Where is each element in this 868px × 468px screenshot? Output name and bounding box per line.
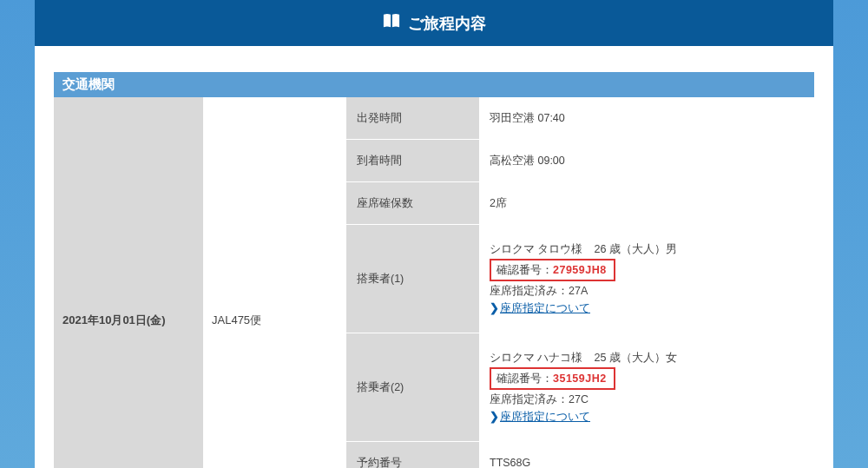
chevron-right-icon: ❯ — [490, 411, 499, 423]
details-column: 出発時間 羽田空港 07:40 到着時間 高松空港 09:00 座席確保数 2席… — [346, 97, 814, 468]
passenger-2-name: シロクマ ハナコ様 25 歳（大人）女 — [490, 349, 804, 366]
section-header-transport: 交通機関 — [54, 72, 814, 97]
row-departure: 出発時間 羽田空港 07:40 — [346, 97, 814, 140]
confirmation-number: 35159JH2 — [553, 372, 607, 385]
passenger-1-confirmation: 確認番号：27959JH8 — [490, 259, 615, 281]
label-departure: 出発時間 — [346, 97, 479, 139]
page-title: ご旅程内容 — [408, 13, 486, 34]
confirmation-label: 確認番号： — [496, 264, 553, 276]
value-pnr: TTS68G — [479, 442, 814, 468]
label-arrival: 到着時間 — [346, 140, 479, 181]
row-seat-count: 座席確保数 2席 — [346, 182, 814, 225]
passenger-1-seat: 座席指定済み：27A — [490, 282, 804, 300]
page-title-bar: ご旅程内容 — [35, 0, 833, 46]
chevron-right-icon: ❯ — [490, 302, 499, 314]
value-passenger-2: シロクマ ハナコ様 25 歳（大人）女 確認番号：35159JH2 座席指定済み… — [479, 333, 814, 441]
label-pnr: 予約番号 — [346, 442, 479, 468]
row-passenger-2: 搭乗者(2) シロクマ ハナコ様 25 歳（大人）女 確認番号：35159JH2… — [346, 333, 814, 442]
label-passenger-1: 搭乗者(1) — [346, 225, 479, 333]
row-arrival: 到着時間 高松空港 09:00 — [346, 140, 814, 182]
value-departure: 羽田空港 07:40 — [479, 97, 814, 139]
flight-cell: JAL475便 — [203, 97, 346, 468]
passenger-2-seat: 座席指定済み：27C — [490, 391, 804, 408]
value-seat-count: 2席 — [479, 182, 814, 224]
passenger-1-name: シロクマ タロウ様 26 歳（大人）男 — [490, 241, 804, 258]
seat-info-link[interactable]: 座席指定について — [500, 411, 590, 423]
row-passenger-1: 搭乗者(1) シロクマ タロウ様 26 歳（大人）男 確認番号：27959JH8… — [346, 225, 814, 333]
label-seat-count: 座席確保数 — [346, 182, 479, 224]
value-passenger-1: シロクマ タロウ様 26 歳（大人）男 確認番号：27959JH8 座席指定済み… — [479, 225, 814, 333]
confirmation-number: 27959JH8 — [553, 264, 607, 276]
passenger-2-seat-link-wrap: ❯座席指定について — [490, 408, 804, 425]
confirmation-label: 確認番号： — [496, 372, 553, 385]
book-icon — [382, 12, 401, 34]
content-area: 交通機関 2021年10月01日(金) JAL475便 出発時間 羽田空港 07… — [35, 46, 833, 468]
page-container: ご旅程内容 交通機関 2021年10月01日(金) JAL475便 出発時間 羽… — [35, 0, 833, 468]
passenger-1-seat-link-wrap: ❯座席指定について — [490, 300, 804, 317]
row-pnr: 予約番号 TTS68G — [346, 442, 814, 468]
label-passenger-2: 搭乗者(2) — [346, 333, 479, 441]
value-arrival: 高松空港 09:00 — [479, 140, 814, 181]
seat-info-link[interactable]: 座席指定について — [500, 302, 590, 314]
itinerary-grid: 2021年10月01日(金) JAL475便 出発時間 羽田空港 07:40 到… — [54, 97, 814, 468]
passenger-2-confirmation: 確認番号：35159JH2 — [490, 367, 615, 390]
date-cell: 2021年10月01日(金) — [54, 97, 203, 468]
